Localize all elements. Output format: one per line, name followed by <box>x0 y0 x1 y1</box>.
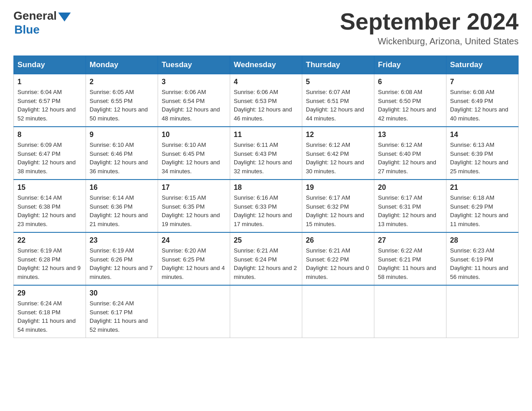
day-cell: 5Sunrise: 6:07 AMSunset: 6:51 PMDaylight… <box>302 74 374 127</box>
day-info: Sunrise: 6:07 AMSunset: 6:51 PMDaylight:… <box>306 88 370 123</box>
day-number: 5 <box>306 78 370 86</box>
col-header-sunday: Sunday <box>14 56 86 74</box>
day-info: Sunrise: 6:19 AMSunset: 6:28 PMDaylight:… <box>17 246 82 281</box>
day-info: Sunrise: 6:24 AMSunset: 6:18 PMDaylight:… <box>17 299 82 334</box>
day-info: Sunrise: 6:08 AMSunset: 6:49 PMDaylight:… <box>450 88 515 123</box>
day-cell: 23Sunrise: 6:19 AMSunset: 6:26 PMDayligh… <box>86 232 158 285</box>
day-info: Sunrise: 6:22 AMSunset: 6:21 PMDaylight:… <box>378 246 442 281</box>
logo: General Blue <box>13 9 71 37</box>
day-number: 14 <box>450 131 515 139</box>
day-info: Sunrise: 6:24 AMSunset: 6:17 PMDaylight:… <box>90 299 154 334</box>
day-number: 10 <box>162 131 226 139</box>
day-cell: 6Sunrise: 6:08 AMSunset: 6:50 PMDaylight… <box>374 74 446 127</box>
day-cell: 22Sunrise: 6:19 AMSunset: 6:28 PMDayligh… <box>14 232 86 285</box>
day-info: Sunrise: 6:21 AMSunset: 6:22 PMDaylight:… <box>306 246 370 281</box>
day-number: 24 <box>162 236 226 244</box>
day-cell: 28Sunrise: 6:23 AMSunset: 6:19 PMDayligh… <box>446 232 519 285</box>
page-header: General Blue September 2024 Wickenburg, … <box>13 9 519 47</box>
day-cell <box>446 285 519 338</box>
day-number: 16 <box>90 184 154 192</box>
day-cell: 8Sunrise: 6:09 AMSunset: 6:47 PMDaylight… <box>14 127 86 180</box>
day-cell: 25Sunrise: 6:21 AMSunset: 6:24 PMDayligh… <box>230 232 302 285</box>
day-info: Sunrise: 6:06 AMSunset: 6:54 PMDaylight:… <box>162 88 226 123</box>
day-cell <box>374 285 446 338</box>
day-info: Sunrise: 6:08 AMSunset: 6:50 PMDaylight:… <box>378 88 442 123</box>
day-number: 25 <box>234 236 298 244</box>
day-info: Sunrise: 6:15 AMSunset: 6:35 PMDaylight:… <box>162 193 226 228</box>
day-cell: 14Sunrise: 6:13 AMSunset: 6:39 PMDayligh… <box>446 127 519 180</box>
day-info: Sunrise: 6:09 AMSunset: 6:47 PMDaylight:… <box>17 141 82 176</box>
day-cell: 11Sunrise: 6:11 AMSunset: 6:43 PMDayligh… <box>230 127 302 180</box>
day-info: Sunrise: 6:10 AMSunset: 6:45 PMDaylight:… <box>162 141 226 176</box>
day-cell: 21Sunrise: 6:18 AMSunset: 6:29 PMDayligh… <box>446 180 519 232</box>
day-info: Sunrise: 6:14 AMSunset: 6:38 PMDaylight:… <box>17 193 82 228</box>
day-number: 2 <box>90 78 154 86</box>
week-row-5: 29Sunrise: 6:24 AMSunset: 6:18 PMDayligh… <box>14 285 519 338</box>
day-cell: 20Sunrise: 6:17 AMSunset: 6:31 PMDayligh… <box>374 180 446 232</box>
day-cell: 24Sunrise: 6:20 AMSunset: 6:25 PMDayligh… <box>158 232 230 285</box>
day-info: Sunrise: 6:10 AMSunset: 6:46 PMDaylight:… <box>90 141 154 176</box>
day-info: Sunrise: 6:06 AMSunset: 6:53 PMDaylight:… <box>234 88 298 123</box>
day-number: 7 <box>450 78 515 86</box>
col-header-tuesday: Tuesday <box>158 56 230 74</box>
day-number: 6 <box>378 78 442 86</box>
day-number: 21 <box>450 184 515 192</box>
day-number: 15 <box>17 184 82 192</box>
day-info: Sunrise: 6:12 AMSunset: 6:40 PMDaylight:… <box>378 141 442 176</box>
week-row-2: 8Sunrise: 6:09 AMSunset: 6:47 PMDaylight… <box>14 127 519 180</box>
day-cell: 18Sunrise: 6:16 AMSunset: 6:33 PMDayligh… <box>230 180 302 232</box>
day-number: 8 <box>17 131 82 139</box>
day-cell: 16Sunrise: 6:14 AMSunset: 6:36 PMDayligh… <box>86 180 158 232</box>
day-number: 17 <box>162 184 226 192</box>
day-cell: 27Sunrise: 6:22 AMSunset: 6:21 PMDayligh… <box>374 232 446 285</box>
day-number: 9 <box>90 131 154 139</box>
logo-general: General <box>13 9 57 23</box>
day-cell: 26Sunrise: 6:21 AMSunset: 6:22 PMDayligh… <box>302 232 374 285</box>
day-cell <box>158 285 230 338</box>
day-number: 11 <box>234 131 298 139</box>
calendar-header-row: SundayMondayTuesdayWednesdayThursdayFrid… <box>14 56 519 74</box>
day-cell: 9Sunrise: 6:10 AMSunset: 6:46 PMDaylight… <box>86 127 158 180</box>
title-section: September 2024 Wickenburg, Arizona, Unit… <box>340 9 519 47</box>
day-number: 19 <box>306 184 370 192</box>
day-info: Sunrise: 6:17 AMSunset: 6:31 PMDaylight:… <box>378 193 442 228</box>
week-row-1: 1Sunrise: 6:04 AMSunset: 6:57 PMDaylight… <box>14 74 519 127</box>
col-header-friday: Friday <box>374 56 446 74</box>
day-number: 27 <box>378 236 442 244</box>
day-info: Sunrise: 6:05 AMSunset: 6:55 PMDaylight:… <box>90 88 154 123</box>
day-info: Sunrise: 6:21 AMSunset: 6:24 PMDaylight:… <box>234 246 298 281</box>
day-info: Sunrise: 6:23 AMSunset: 6:19 PMDaylight:… <box>450 246 515 281</box>
day-cell: 17Sunrise: 6:15 AMSunset: 6:35 PMDayligh… <box>158 180 230 232</box>
day-number: 12 <box>306 131 370 139</box>
col-header-saturday: Saturday <box>446 56 519 74</box>
logo-triangle-icon <box>58 13 71 21</box>
day-cell: 29Sunrise: 6:24 AMSunset: 6:18 PMDayligh… <box>14 285 86 338</box>
day-info: Sunrise: 6:16 AMSunset: 6:33 PMDaylight:… <box>234 193 298 228</box>
day-cell <box>230 285 302 338</box>
day-cell: 15Sunrise: 6:14 AMSunset: 6:38 PMDayligh… <box>14 180 86 232</box>
day-info: Sunrise: 6:19 AMSunset: 6:26 PMDaylight:… <box>90 246 154 281</box>
day-cell: 1Sunrise: 6:04 AMSunset: 6:57 PMDaylight… <box>14 74 86 127</box>
day-number: 28 <box>450 236 515 244</box>
day-cell: 10Sunrise: 6:10 AMSunset: 6:45 PMDayligh… <box>158 127 230 180</box>
day-cell: 19Sunrise: 6:17 AMSunset: 6:32 PMDayligh… <box>302 180 374 232</box>
day-number: 26 <box>306 236 370 244</box>
day-cell: 30Sunrise: 6:24 AMSunset: 6:17 PMDayligh… <box>86 285 158 338</box>
day-number: 30 <box>90 289 154 297</box>
day-cell: 13Sunrise: 6:12 AMSunset: 6:40 PMDayligh… <box>374 127 446 180</box>
day-info: Sunrise: 6:17 AMSunset: 6:32 PMDaylight:… <box>306 193 370 228</box>
day-number: 20 <box>378 184 442 192</box>
day-cell <box>302 285 374 338</box>
week-row-4: 22Sunrise: 6:19 AMSunset: 6:28 PMDayligh… <box>14 232 519 285</box>
day-cell: 12Sunrise: 6:12 AMSunset: 6:42 PMDayligh… <box>302 127 374 180</box>
day-number: 29 <box>17 289 82 297</box>
week-row-3: 15Sunrise: 6:14 AMSunset: 6:38 PMDayligh… <box>14 180 519 232</box>
day-info: Sunrise: 6:13 AMSunset: 6:39 PMDaylight:… <box>450 141 515 176</box>
day-number: 23 <box>90 236 154 244</box>
day-number: 22 <box>17 236 82 244</box>
day-number: 1 <box>17 78 82 86</box>
day-cell: 3Sunrise: 6:06 AMSunset: 6:54 PMDaylight… <box>158 74 230 127</box>
day-info: Sunrise: 6:14 AMSunset: 6:36 PMDaylight:… <box>90 193 154 228</box>
day-number: 18 <box>234 184 298 192</box>
col-header-thursday: Thursday <box>302 56 374 74</box>
